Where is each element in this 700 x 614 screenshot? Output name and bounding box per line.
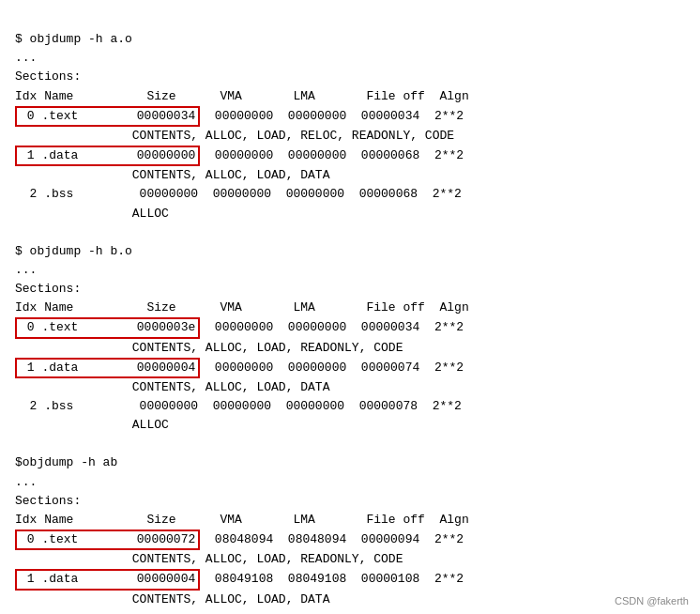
- row-section-a-2: 2 .bss 00000000 00000000 00000000 000000…: [15, 185, 685, 204]
- flags-section-b-1: CONTENTS, ALLOC, LOAD, DATA: [15, 378, 685, 397]
- header-section-b: Idx Name Size VMA LMA File off Algn: [15, 299, 685, 317]
- row-section-b-0: 0 .text 0000003e 00000000 00000000 00000…: [15, 317, 685, 338]
- row-section-a-1: 1 .data 00000000 00000000 00000000 00000…: [15, 146, 685, 166]
- flags-section-b-0: CONTENTS, ALLOC, LOAD, READONLY, CODE: [15, 339, 685, 358]
- row-section-ab-1: 1 .data 00000004 08049108 08049108 00000…: [15, 569, 685, 590]
- highlight-box-section-b-1: 1 .data 00000004: [15, 358, 200, 378]
- row-rest-section-a-1: 00000000 00000000 00000068 2**2: [200, 146, 464, 165]
- command-section-a: $ objdump -h a.o: [15, 30, 685, 49]
- row-rest-section-b-0: 00000000 00000000 00000034 2**2: [200, 318, 464, 337]
- highlight-box-section-a-1: 1 .data 00000000: [15, 146, 200, 166]
- header-section-ab: Idx Name Size VMA LMA File off Algn: [15, 511, 685, 530]
- header-section-a: Idx Name Size VMA LMA File off Algn: [15, 87, 685, 106]
- highlight-box-section-ab-0: 0 .text 00000072: [15, 530, 200, 550]
- spacer-section-ab: [15, 609, 685, 614]
- watermark-label: CSDN @fakerth: [615, 595, 689, 606]
- command-section-ab: $objdump -h ab: [15, 453, 685, 472]
- spacer-section-b: [15, 435, 685, 453]
- row-section-ab-0: 0 .text 00000072 08048094 08048094 00000…: [15, 530, 685, 550]
- flags-section-b-2: ALLOC: [15, 416, 685, 435]
- row-rest-section-ab-1: 08049108 08049108 00000108 2**2: [200, 570, 464, 589]
- highlight-box-section-ab-1: 1 .data 00000004: [15, 569, 200, 590]
- flags-section-a-1: CONTENTS, ALLOC, LOAD, DATA: [15, 166, 685, 185]
- row-rest-section-a-0: 00000000 00000000 00000034 2**2: [200, 107, 464, 126]
- flags-section-ab-0: CONTENTS, ALLOC, LOAD, READONLY, CODE: [15, 550, 685, 569]
- flags-section-ab-1: CONTENTS, ALLOC, LOAD, DATA: [15, 591, 685, 609]
- row-section-a-0: 0 .text 00000034 00000000 00000000 00000…: [15, 106, 685, 127]
- flags-section-a-2: ALLOC: [15, 205, 685, 223]
- spacer-section-a: [15, 223, 685, 242]
- ellipsis-section-a: ...: [15, 49, 685, 68]
- sections-label-section-a: Sections:: [15, 68, 685, 86]
- row-rest-section-b-1: 00000000 00000000 00000074 2**2: [200, 359, 464, 377]
- ellipsis-section-ab: ...: [15, 473, 685, 492]
- flags-section-a-0: CONTENTS, ALLOC, LOAD, RELOC, READONLY, …: [15, 127, 685, 146]
- highlight-box-section-a-0: 0 .text 00000034: [15, 106, 200, 127]
- highlight-box-section-b-0: 0 .text 0000003e: [15, 317, 200, 338]
- row-section-b-2: 2 .bss 00000000 00000000 00000000 000000…: [15, 397, 685, 416]
- row-section-b-1: 1 .data 00000004 00000000 00000000 00000…: [15, 358, 685, 378]
- sections-label-section-ab: Sections:: [15, 492, 685, 511]
- ellipsis-section-b: ...: [15, 261, 685, 280]
- row-rest-section-ab-0: 08048094 08048094 00000094 2**2: [200, 530, 464, 549]
- command-section-b: $ objdump -h b.o: [15, 242, 685, 261]
- terminal-output: $ objdump -h a.o...Sections:Idx Name Siz…: [15, 11, 685, 614]
- sections-label-section-b: Sections:: [15, 280, 685, 299]
